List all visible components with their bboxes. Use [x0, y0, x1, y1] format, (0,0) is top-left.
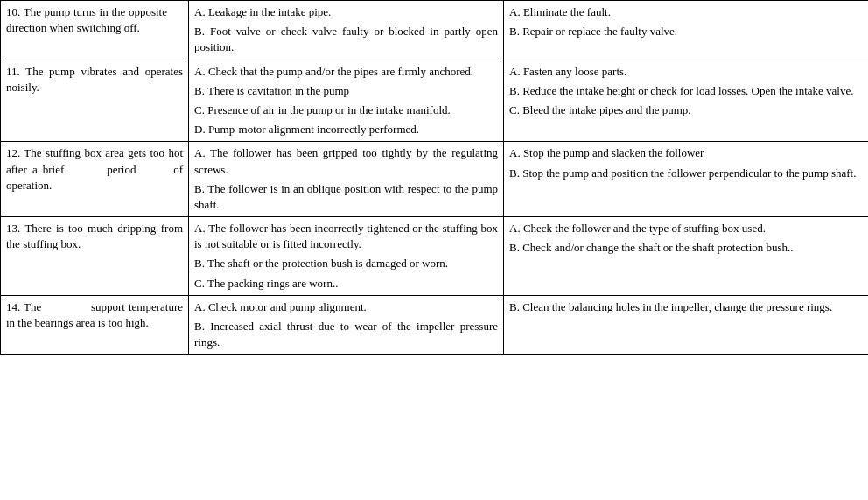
fault-table: 10. The pump turns in the opposite direc… [0, 0, 868, 355]
remedy-item: A. Fasten any loose parts. [509, 64, 863, 80]
problem-cell: 14. The support temperature in the beari… [1, 295, 189, 355]
cause-cell: A. Check that the pump and/or the pipes … [189, 60, 504, 142]
cause-item: C. Presence of air in the pump or in the… [194, 102, 498, 118]
table-row: 11. The pump vibrates and operates noisi… [1, 60, 869, 142]
cause-item: A. Check motor and pump alignment. [194, 299, 498, 315]
cause-item: B. Foot valve or check valve faulty or b… [194, 24, 498, 55]
cause-cell: A. The follower has been incorrectly tig… [189, 217, 504, 296]
table-row: 10. The pump turns in the opposite direc… [1, 1, 869, 60]
remedy-item: A. Eliminate the fault. [509, 4, 863, 20]
problem-cell: 11. The pump vibrates and operates noisi… [1, 60, 189, 142]
table-row: 14. The support temperature in the beari… [1, 295, 869, 355]
problem-cell: 13. There is too much dripping from the … [1, 217, 189, 296]
remedy-item: B. Clean the balancing holes in the impe… [509, 299, 863, 315]
remedy-item: A. Stop the pump and slacken the followe… [509, 145, 863, 161]
remedy-cell: A. Eliminate the fault.B. Repair or repl… [504, 1, 869, 60]
problem-cell: 12. The stuffing box area gets too hot a… [1, 142, 189, 217]
table-row: 12. The stuffing box area gets too hot a… [1, 142, 869, 217]
remedy-item: A. Check the follower and the type of st… [509, 221, 863, 236]
remedy-item: B. Reduce the intake height or check for… [509, 83, 863, 99]
remedy-cell: A. Fasten any loose parts.B. Reduce the … [504, 60, 869, 142]
remedy-item: C. Bleed the intake pipes and the pump. [509, 102, 863, 118]
remedy-item: B. Stop the pump and position the follow… [509, 165, 863, 181]
remedy-item: B. Check and/or change the shaft or the … [509, 240, 863, 256]
cause-item: D. Pump-motor alignment incorrectly perf… [194, 122, 498, 137]
cause-item: B. Increased axial thrust due to wear of… [194, 319, 498, 350]
cause-item: B. The follower is in an oblique positio… [194, 181, 498, 213]
remedy-cell: B. Clean the balancing holes in the impe… [504, 295, 869, 355]
cause-cell: A. The follower has been gripped too tig… [189, 142, 504, 217]
cause-item: B. There is cavitation in the pump [194, 83, 498, 99]
cause-item: B. The shaft or the protection bush is d… [194, 256, 498, 271]
problem-cell: 10. The pump turns in the opposite direc… [1, 1, 189, 60]
remedy-cell: A. Stop the pump and slacken the followe… [504, 142, 869, 217]
cause-cell: A. Check motor and pump alignment.B. Inc… [189, 295, 504, 355]
table-row: 13. There is too much dripping from the … [1, 217, 869, 296]
remedy-item: B. Repair or replace the faulty valve. [509, 24, 863, 39]
cause-item: A. The follower has been incorrectly tig… [194, 221, 498, 252]
remedy-cell: A. Check the follower and the type of st… [504, 217, 869, 296]
cause-item: A. The follower has been gripped too tig… [194, 145, 498, 177]
cause-cell: A. Leakage in the intake pipe.B. Foot va… [189, 1, 504, 60]
cause-item: C. The packing rings are worn.. [194, 276, 498, 292]
cause-item: A. Leakage in the intake pipe. [194, 4, 498, 20]
cause-item: A. Check that the pump and/or the pipes … [194, 64, 498, 80]
